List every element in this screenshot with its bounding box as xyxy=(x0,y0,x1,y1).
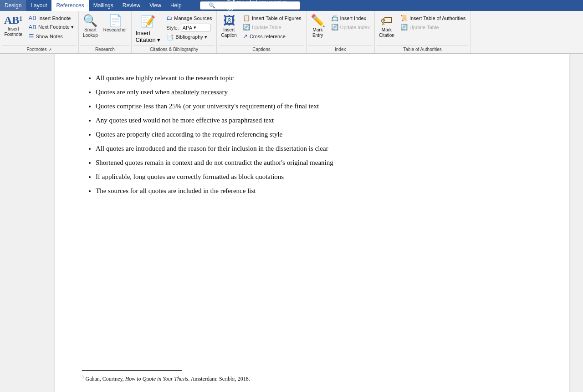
insert-citation-button[interactable]: 📝 InsertCitation ▾ xyxy=(133,13,163,44)
menu-bar: Design Layout References Mailings Review… xyxy=(0,0,583,11)
search-icon: 🔍 xyxy=(204,2,220,9)
menu-tab-view[interactable]: View xyxy=(145,0,166,11)
captions-items: 🖼 InsertCaption 📋 Insert Table of Figure… xyxy=(219,13,304,44)
insert-table-of-authorities-icon: 📜 xyxy=(400,15,408,21)
document-list: All quotes are highly relevant to the re… xyxy=(82,72,542,197)
right-margin xyxy=(569,54,583,392)
search-placeholder: Tell me what you want to do xyxy=(223,0,296,12)
insert-endnote-label: Insert Endnote xyxy=(38,15,71,21)
mark-entry-button[interactable]: ✏️ MarkEntry xyxy=(308,13,327,39)
citations-small-group: 🗂 Manage Sources Style: APA ▾ 📑 Bibliogr… xyxy=(164,13,215,42)
captions-group-label: Captions xyxy=(219,45,304,53)
show-notes-button[interactable]: ☰ Show Notes xyxy=(27,32,76,41)
captions-small-group: 📋 Insert Table of Figures 🔄 Update Table… xyxy=(240,13,304,41)
cross-reference-label: Cross-reference xyxy=(250,34,286,39)
insert-footnote-icon: AB¹ xyxy=(4,15,23,25)
style-select[interactable]: APA ▾ xyxy=(181,24,210,31)
ribbon-group-footnotes: AB¹ InsertFootnote AB Insert Endnote AB … xyxy=(0,11,79,53)
search-bar[interactable]: 🔍 Tell me what you want to do xyxy=(200,1,300,10)
mark-citation-label: MarkCitation xyxy=(379,27,394,38)
insert-footnote-button[interactable]: AB¹ InsertFootnote xyxy=(2,13,25,38)
footnote-separator xyxy=(82,370,182,371)
list-item: Quotes comprise less than 25% (or your u… xyxy=(96,100,542,112)
show-notes-icon: ☰ xyxy=(29,33,34,40)
footnote-rest: . Amsterdam: Scribbr, 2018. xyxy=(188,376,250,382)
bibliography-button[interactable]: 📑 Bibliography ▾ xyxy=(164,33,214,41)
next-footnote-button[interactable]: AB Next Footnote ▾ xyxy=(27,23,76,31)
footnote-italic-title: How to Quote in Your Thesis xyxy=(125,376,189,382)
ribbon-group-index: ✏️ MarkEntry 📇 Insert Index 🔄 Update Ind… xyxy=(307,11,375,53)
manage-sources-icon: 🗂 xyxy=(166,15,172,21)
mark-entry-label: MarkEntry xyxy=(312,27,323,38)
menu-tab-design[interactable]: Design xyxy=(0,0,26,11)
research-items: 🔍 SmartLookup 📄 Researcher xyxy=(81,13,129,44)
list-item: The sources for all quotes are included … xyxy=(96,185,542,197)
update-index-button: 🔄 Update Index xyxy=(329,23,372,31)
list-item: If applicable, long quotes are correctly… xyxy=(96,171,542,183)
update-table-authorities-button: 🔄 Update Table xyxy=(399,23,467,31)
footnotes-group-label: Footnotes ↗ xyxy=(2,45,77,53)
update-index-icon: 🔄 xyxy=(331,24,338,31)
insert-endnote-button[interactable]: AB Insert Endnote xyxy=(27,14,76,22)
next-footnote-label: Next Footnote ▾ xyxy=(38,24,74,30)
bibliography-label: Bibliography ▾ xyxy=(175,34,207,40)
insert-footnote-label: InsertFootnote xyxy=(5,26,22,37)
insert-index-button[interactable]: 📇 Insert Index xyxy=(329,14,372,22)
insert-index-icon: 📇 xyxy=(331,15,338,21)
cross-reference-icon: ↗ xyxy=(243,33,248,40)
update-index-label: Update Index xyxy=(340,25,370,30)
style-label: Style: xyxy=(166,25,179,31)
ribbon-group-research: 🔍 SmartLookup 📄 Researcher Research xyxy=(79,11,132,53)
style-dropdown-icon: ▾ xyxy=(194,25,196,31)
menu-tab-layout[interactable]: Layout xyxy=(26,0,51,11)
citations-items: 📝 InsertCitation ▾ 🗂 Manage Sources Styl… xyxy=(133,13,215,44)
insert-citation-label: InsertCitation ▾ xyxy=(136,30,161,43)
menu-tab-review[interactable]: Review xyxy=(118,0,145,11)
manage-sources-button[interactable]: 🗂 Manage Sources xyxy=(164,14,214,22)
insert-index-label: Insert Index xyxy=(340,15,366,21)
smart-lookup-icon: 🔍 xyxy=(83,15,97,26)
smart-lookup-button[interactable]: 🔍 SmartLookup xyxy=(81,13,100,39)
manage-sources-label: Manage Sources xyxy=(174,15,212,21)
toa-small-group: 📜 Insert Table of Authorities 🔄 Update T… xyxy=(398,13,468,32)
insert-caption-label: InsertCaption xyxy=(221,27,236,38)
citations-group-label: Citations & Bibliography xyxy=(133,45,215,53)
researcher-button[interactable]: 📄 Researcher xyxy=(101,13,129,34)
ribbon-group-citations: 📝 InsertCitation ▾ 🗂 Manage Sources Styl… xyxy=(132,11,217,53)
update-table-button: 🔄 Update Table xyxy=(241,23,303,31)
list-item: All quotes are highly relevant to the re… xyxy=(96,72,542,84)
list-item: Quotes are only used when absolutely nec… xyxy=(96,86,542,98)
style-value: APA xyxy=(183,25,192,31)
list-item: Any quotes used would not be more effect… xyxy=(96,114,542,127)
update-table-authorities-icon: 🔄 xyxy=(400,24,408,31)
list-item: Shortened quotes remain in context and d… xyxy=(96,157,542,169)
researcher-label: Researcher xyxy=(103,27,127,33)
insert-caption-button[interactable]: 🖼 InsertCaption xyxy=(219,13,239,39)
insert-citation-icon: 📝 xyxy=(141,15,155,29)
app-body: All quotes are highly relevant to the re… xyxy=(0,54,583,392)
index-small-group: 📇 Insert Index 🔄 Update Index xyxy=(328,13,373,32)
menu-tab-help[interactable]: Help xyxy=(166,0,186,11)
bibliography-icon: 📑 xyxy=(166,34,174,41)
ribbon-group-captions: 🖼 InsertCaption 📋 Insert Table of Figure… xyxy=(217,11,306,53)
index-items: ✏️ MarkEntry 📇 Insert Index 🔄 Update Ind… xyxy=(308,13,373,44)
list-item: All quotes are introduced and the reason… xyxy=(96,143,542,155)
index-group-label: Index xyxy=(308,45,373,53)
researcher-icon: 📄 xyxy=(108,15,123,26)
insert-table-of-authorities-button[interactable]: 📜 Insert Table of Authorities xyxy=(399,14,467,22)
insert-table-of-figures-button[interactable]: 📋 Insert Table of Figures xyxy=(241,14,303,22)
list-item: Quotes are properly cited according to t… xyxy=(96,128,542,141)
footnotes-items: AB¹ InsertFootnote AB Insert Endnote AB … xyxy=(2,13,77,44)
underline-text: absolutely necessary xyxy=(171,88,228,96)
left-margin xyxy=(0,54,55,392)
footnote-superscript: 1 xyxy=(82,375,84,379)
style-row[interactable]: Style: APA ▾ xyxy=(164,23,214,32)
menu-tab-references[interactable]: References xyxy=(51,0,88,11)
research-group-label: Research xyxy=(81,45,129,53)
update-table-label: Update Table xyxy=(252,25,281,30)
menu-tab-mailings[interactable]: Mailings xyxy=(89,0,118,11)
mark-citation-items: 🏷 MarkCitation 📜 Insert Table of Authori… xyxy=(377,13,468,44)
cross-reference-button[interactable]: ↗ Cross-reference xyxy=(241,32,303,41)
mark-citation-button[interactable]: 🏷 MarkCitation xyxy=(377,13,397,39)
document-area: All quotes are highly relevant to the re… xyxy=(55,54,569,392)
